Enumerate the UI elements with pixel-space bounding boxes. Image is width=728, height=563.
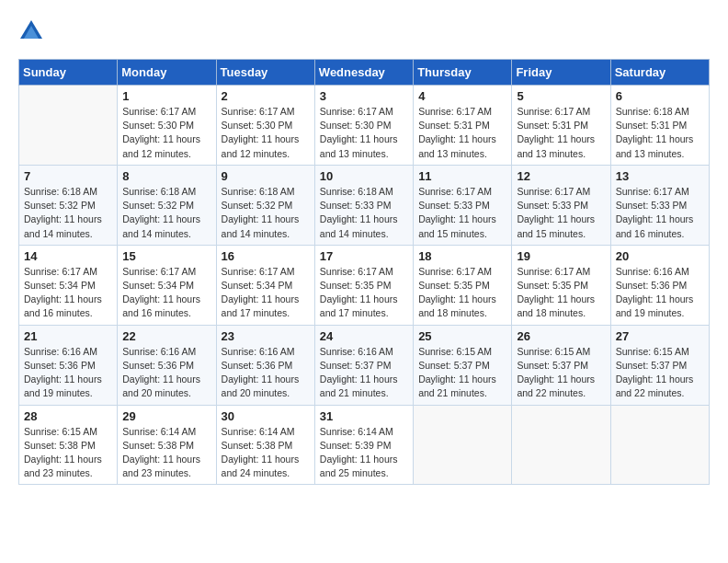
day-number: 29 — [122, 409, 210, 423]
day-info: Sunrise: 6:18 AMSunset: 5:32 PMDaylight:… — [24, 185, 112, 241]
day-number: 10 — [320, 169, 408, 183]
day-info: Sunrise: 6:16 AMSunset: 5:37 PMDaylight:… — [320, 345, 408, 401]
calendar-cell: 2Sunrise: 6:17 AMSunset: 5:30 PMDaylight… — [216, 86, 314, 166]
calendar-cell: 21Sunrise: 6:16 AMSunset: 5:36 PMDayligh… — [19, 325, 118, 405]
col-header-wednesday: Wednesday — [314, 60, 413, 86]
day-info: Sunrise: 6:18 AMSunset: 5:32 PMDaylight:… — [122, 185, 210, 241]
day-number: 16 — [222, 249, 310, 263]
day-info: Sunrise: 6:18 AMSunset: 5:32 PMDaylight:… — [222, 185, 310, 241]
calendar-week-1: 1Sunrise: 6:17 AMSunset: 5:30 PMDaylight… — [19, 86, 710, 166]
col-header-thursday: Thursday — [414, 60, 512, 86]
day-number: 18 — [418, 249, 506, 263]
day-info: Sunrise: 6:17 AMSunset: 5:35 PMDaylight:… — [517, 265, 605, 321]
day-number: 27 — [616, 329, 704, 343]
col-header-tuesday: Tuesday — [216, 60, 314, 86]
day-info: Sunrise: 6:16 AMSunset: 5:36 PMDaylight:… — [616, 265, 704, 321]
day-info: Sunrise: 6:17 AMSunset: 5:35 PMDaylight:… — [320, 265, 408, 321]
day-number: 5 — [517, 89, 605, 103]
calendar-cell — [414, 405, 512, 485]
calendar-table: SundayMondayTuesdayWednesdayThursdayFrid… — [18, 59, 710, 485]
calendar-cell: 20Sunrise: 6:16 AMSunset: 5:36 PMDayligh… — [610, 245, 709, 325]
calendar-cell: 9Sunrise: 6:18 AMSunset: 5:32 PMDaylight… — [216, 165, 314, 245]
day-number: 6 — [616, 89, 704, 103]
calendar-body: 1Sunrise: 6:17 AMSunset: 5:30 PMDaylight… — [19, 86, 710, 485]
calendar-cell: 7Sunrise: 6:18 AMSunset: 5:32 PMDaylight… — [19, 165, 118, 245]
day-info: Sunrise: 6:14 AMSunset: 5:38 PMDaylight:… — [122, 425, 210, 481]
day-number: 13 — [616, 169, 704, 183]
calendar-cell: 4Sunrise: 6:17 AMSunset: 5:31 PMDaylight… — [414, 86, 512, 166]
day-number: 25 — [418, 329, 506, 343]
calendar-cell: 12Sunrise: 6:17 AMSunset: 5:33 PMDayligh… — [512, 165, 610, 245]
day-info: Sunrise: 6:18 AMSunset: 5:31 PMDaylight:… — [616, 105, 704, 161]
calendar-cell: 5Sunrise: 6:17 AMSunset: 5:31 PMDaylight… — [512, 86, 610, 166]
calendar-cell: 31Sunrise: 6:14 AMSunset: 5:39 PMDayligh… — [314, 405, 413, 485]
calendar-week-3: 14Sunrise: 6:17 AMSunset: 5:34 PMDayligh… — [19, 245, 710, 325]
col-header-saturday: Saturday — [610, 60, 709, 86]
day-number: 23 — [222, 329, 310, 343]
calendar-cell: 3Sunrise: 6:17 AMSunset: 5:30 PMDaylight… — [314, 86, 413, 166]
col-header-monday: Monday — [118, 60, 216, 86]
calendar-cell: 13Sunrise: 6:17 AMSunset: 5:33 PMDayligh… — [610, 165, 709, 245]
calendar-week-5: 28Sunrise: 6:15 AMSunset: 5:38 PMDayligh… — [19, 405, 710, 485]
day-number: 2 — [222, 89, 310, 103]
day-number: 1 — [122, 89, 210, 103]
calendar-cell: 17Sunrise: 6:17 AMSunset: 5:35 PMDayligh… — [314, 245, 413, 325]
calendar-cell: 30Sunrise: 6:14 AMSunset: 5:38 PMDayligh… — [216, 405, 314, 485]
day-info: Sunrise: 6:17 AMSunset: 5:31 PMDaylight:… — [418, 105, 506, 161]
day-info: Sunrise: 6:17 AMSunset: 5:31 PMDaylight:… — [517, 105, 605, 161]
calendar-cell — [610, 405, 709, 485]
col-header-friday: Friday — [512, 60, 610, 86]
day-info: Sunrise: 6:17 AMSunset: 5:30 PMDaylight:… — [222, 105, 310, 161]
day-info: Sunrise: 6:16 AMSunset: 5:36 PMDaylight:… — [122, 345, 210, 401]
day-info: Sunrise: 6:17 AMSunset: 5:33 PMDaylight:… — [616, 185, 704, 241]
day-number: 11 — [418, 169, 506, 183]
day-number: 20 — [616, 249, 704, 263]
calendar-cell — [19, 86, 118, 166]
col-header-sunday: Sunday — [19, 60, 118, 86]
calendar-cell — [512, 405, 610, 485]
calendar-cell: 10Sunrise: 6:18 AMSunset: 5:33 PMDayligh… — [314, 165, 413, 245]
calendar-cell: 25Sunrise: 6:15 AMSunset: 5:37 PMDayligh… — [414, 325, 512, 405]
page-header — [18, 18, 710, 44]
day-number: 14 — [24, 249, 112, 263]
calendar-week-2: 7Sunrise: 6:18 AMSunset: 5:32 PMDaylight… — [19, 165, 710, 245]
day-info: Sunrise: 6:15 AMSunset: 5:37 PMDaylight:… — [616, 345, 704, 401]
calendar-cell: 15Sunrise: 6:17 AMSunset: 5:34 PMDayligh… — [118, 245, 216, 325]
day-number: 21 — [24, 329, 112, 343]
day-info: Sunrise: 6:17 AMSunset: 5:30 PMDaylight:… — [122, 105, 210, 161]
calendar-cell: 29Sunrise: 6:14 AMSunset: 5:38 PMDayligh… — [118, 405, 216, 485]
day-info: Sunrise: 6:18 AMSunset: 5:33 PMDaylight:… — [320, 185, 408, 241]
calendar-week-4: 21Sunrise: 6:16 AMSunset: 5:36 PMDayligh… — [19, 325, 710, 405]
day-info: Sunrise: 6:17 AMSunset: 5:34 PMDaylight:… — [24, 265, 112, 321]
calendar-cell: 16Sunrise: 6:17 AMSunset: 5:34 PMDayligh… — [216, 245, 314, 325]
day-info: Sunrise: 6:16 AMSunset: 5:36 PMDaylight:… — [222, 345, 310, 401]
day-number: 28 — [24, 409, 112, 423]
day-number: 4 — [418, 89, 506, 103]
day-info: Sunrise: 6:17 AMSunset: 5:33 PMDaylight:… — [418, 185, 506, 241]
day-number: 8 — [122, 169, 210, 183]
day-number: 30 — [222, 409, 310, 423]
day-info: Sunrise: 6:17 AMSunset: 5:30 PMDaylight:… — [320, 105, 408, 161]
day-number: 3 — [320, 89, 408, 103]
day-info: Sunrise: 6:17 AMSunset: 5:33 PMDaylight:… — [517, 185, 605, 241]
day-info: Sunrise: 6:15 AMSunset: 5:38 PMDaylight:… — [24, 425, 112, 481]
day-number: 26 — [517, 329, 605, 343]
calendar-cell: 14Sunrise: 6:17 AMSunset: 5:34 PMDayligh… — [19, 245, 118, 325]
calendar-cell: 1Sunrise: 6:17 AMSunset: 5:30 PMDaylight… — [118, 86, 216, 166]
day-number: 12 — [517, 169, 605, 183]
calendar-cell: 28Sunrise: 6:15 AMSunset: 5:38 PMDayligh… — [19, 405, 118, 485]
day-info: Sunrise: 6:17 AMSunset: 5:34 PMDaylight:… — [222, 265, 310, 321]
day-info: Sunrise: 6:17 AMSunset: 5:35 PMDaylight:… — [418, 265, 506, 321]
calendar-cell: 22Sunrise: 6:16 AMSunset: 5:36 PMDayligh… — [118, 325, 216, 405]
day-info: Sunrise: 6:15 AMSunset: 5:37 PMDaylight:… — [418, 345, 506, 401]
calendar-cell: 19Sunrise: 6:17 AMSunset: 5:35 PMDayligh… — [512, 245, 610, 325]
day-info: Sunrise: 6:16 AMSunset: 5:36 PMDaylight:… — [24, 345, 112, 401]
day-info: Sunrise: 6:15 AMSunset: 5:37 PMDaylight:… — [517, 345, 605, 401]
calendar-header: SundayMondayTuesdayWednesdayThursdayFrid… — [19, 60, 710, 86]
day-number: 15 — [122, 249, 210, 263]
day-info: Sunrise: 6:14 AMSunset: 5:38 PMDaylight:… — [222, 425, 310, 481]
day-number: 9 — [222, 169, 310, 183]
day-number: 17 — [320, 249, 408, 263]
calendar-cell: 18Sunrise: 6:17 AMSunset: 5:35 PMDayligh… — [414, 245, 512, 325]
day-number: 31 — [320, 409, 408, 423]
